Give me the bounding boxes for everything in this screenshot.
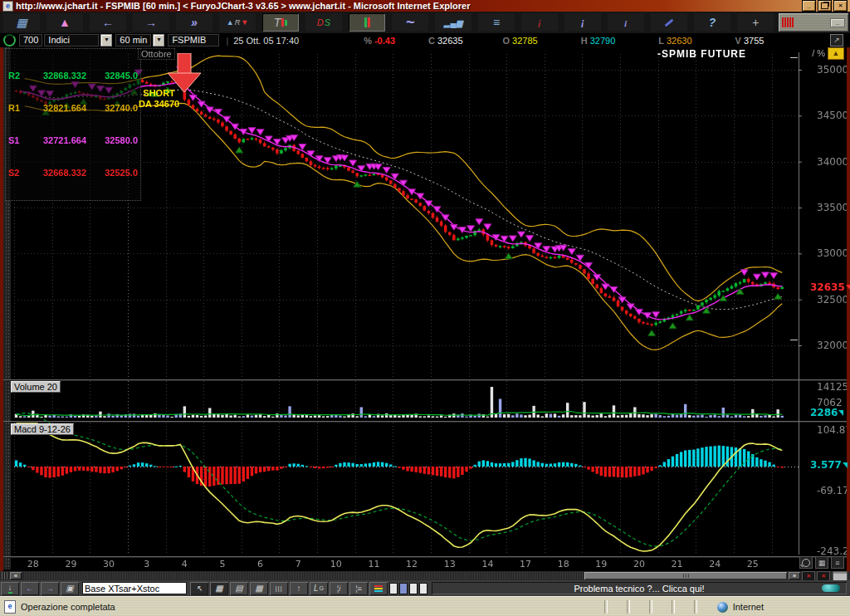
pin-icon-3: ¡	[624, 18, 627, 27]
snapshot-button[interactable]: ▦	[210, 582, 228, 595]
open-chart-button[interactable]: ▦	[3, 13, 40, 32]
open-value: 32785	[512, 36, 538, 46]
template-input[interactable]	[82, 582, 187, 594]
volume-panel-title[interactable]: Volume 20	[11, 381, 61, 393]
candle-style-icon-2: ¦≡	[355, 584, 362, 593]
ie-logo-icon: e	[2, 1, 13, 12]
h-scrollbar-track[interactable]	[23, 572, 787, 579]
pan-mode-button[interactable]: ↑	[290, 582, 308, 595]
pivot-s1: S132721.66432580.0	[8, 135, 138, 146]
price-last-tag: 32635	[810, 281, 850, 293]
layout-button-4[interactable]	[419, 583, 427, 594]
candlestick-mode-button[interactable]	[349, 13, 385, 32]
pct-value: -0.43	[374, 36, 395, 46]
candle-style-button-1[interactable]: ¦i	[330, 582, 348, 595]
close-value: 32635	[437, 36, 463, 46]
window-title: http://www.jchart.it - FSPMIB [60 min.] …	[16, 1, 800, 11]
columns-toggle-button[interactable]: |||	[270, 582, 288, 595]
help-button[interactable]: ?	[694, 13, 730, 32]
pin-button-1[interactable]: ¡	[521, 13, 558, 32]
next-chart-button[interactable]: →	[41, 582, 59, 595]
red-grill-icon	[782, 17, 794, 27]
grid-icon: ▦	[255, 584, 262, 593]
layout-button-2[interactable]	[399, 583, 408, 594]
pin-icon-2: ¡	[581, 17, 584, 28]
pivot-r2: R232868.33232845.0	[8, 71, 138, 81]
points-input[interactable]: 700	[19, 34, 42, 46]
back-button[interactable]: ←	[90, 13, 126, 32]
interval-select[interactable]: 60 min	[115, 34, 151, 46]
red-bar-icon	[281, 18, 284, 27]
pin-button-2[interactable]: ¡	[564, 13, 601, 32]
draw-tool-button[interactable]: DS	[305, 13, 342, 32]
volume-last-tag: 2286	[810, 407, 843, 418]
macd-panel-title[interactable]: Macd 9-12-26	[11, 423, 74, 435]
restore-button[interactable]	[818, 0, 832, 12]
sort-letter: R	[235, 18, 241, 27]
layout-button-3[interactable]	[409, 583, 418, 594]
zone-text: Internet	[733, 602, 764, 612]
print-icon[interactable]	[833, 571, 848, 581]
save-session-button[interactable]: ↓	[1, 582, 19, 595]
close-panel-button-1[interactable]: ×	[802, 571, 815, 581]
upload-button[interactable]: ▲	[46, 13, 83, 32]
tag-marker-icon	[846, 285, 850, 291]
tech-problem-link[interactable]: Problema tecnico ?... Clicca qui!	[574, 584, 704, 594]
short-signal-arrow-icon	[166, 53, 203, 93]
step-chart-button[interactable]: ≡	[478, 13, 515, 32]
bar-chart-button[interactable]: ▂▄▆	[435, 13, 471, 32]
h-scrollbar-thumb[interactable]	[584, 572, 787, 579]
percent-scale-icon[interactable]: %	[817, 48, 825, 58]
interval-chevron-icon[interactable]: ▼	[153, 34, 164, 46]
pin-icon-1: ¡	[538, 17, 541, 28]
fast-forward-button[interactable]: »	[176, 13, 212, 32]
grid-toggle-button[interactable]: ▦	[250, 582, 268, 595]
quote-bar: 700 Indici ▼ 60 min ▼ FSPMIB | 25 Ott. 0…	[0, 33, 850, 47]
datetime-label: 25 Ott. 05 17:40	[233, 36, 299, 46]
grid-button[interactable]: ▦	[815, 556, 828, 569]
text-tool-button[interactable]: T	[262, 13, 299, 32]
sort-button[interactable]: ▲R▼	[219, 13, 256, 32]
layout-button-1[interactable]	[389, 583, 398, 594]
splitter-button[interactable]: +	[737, 13, 774, 32]
palette-button[interactable]	[369, 582, 388, 595]
candle-style-button-2[interactable]: ¦≡	[349, 582, 368, 595]
linear-scale-icon[interactable]: /	[812, 48, 814, 58]
indicators-button[interactable]: ▤	[230, 582, 248, 595]
title-bar[interactable]: e http://www.jchart.it - FSPMIB [60 min.…	[0, 0, 850, 12]
refresh-spinner-icon[interactable]	[3, 34, 16, 46]
symbol-input[interactable]: FSPMIB	[168, 34, 219, 46]
bottom-toolbar: ↓ ← → ▣ ↖ ▦ ▤ ▦ ||| ↑ LG ¦i ¦≡ Problema …	[0, 580, 850, 596]
close-panel-button-2[interactable]: ×	[817, 571, 830, 581]
palette-icon	[374, 584, 383, 593]
scroll-left-button[interactable]: «	[10, 572, 22, 579]
menu-button[interactable]: ≡	[831, 556, 844, 569]
market-chevron-icon[interactable]: ▼	[100, 34, 112, 46]
settings-button[interactable]	[651, 13, 687, 32]
new-window-button[interactable]: ▣	[61, 582, 79, 595]
separator: |	[226, 36, 228, 46]
minimize-button[interactable]: _	[802, 0, 816, 12]
prev-chart-button[interactable]: ←	[21, 582, 39, 595]
home-view-button[interactable]: ▲	[828, 47, 844, 60]
log-scale-button[interactable]: LG	[310, 582, 328, 595]
line-chart-button[interactable]: ~	[392, 13, 428, 32]
high-value: 32790	[590, 36, 616, 46]
zoom-button[interactable]	[799, 556, 813, 569]
pointer-tool-button[interactable]: ↖	[190, 582, 208, 595]
open-label: O	[503, 36, 510, 46]
back-icon: ←	[102, 16, 114, 29]
forward-button[interactable]: →	[133, 13, 169, 32]
text-tool-icon: T	[274, 16, 281, 29]
toolbar-collapse-button[interactable]: _	[830, 18, 845, 27]
close-button[interactable]: ×	[833, 0, 848, 12]
pivot-levels-box: R232868.33232845.0 R132821.66432740.0 S1…	[5, 48, 141, 201]
sort-up-icon: ▲	[227, 18, 234, 27]
help-pill-button[interactable]	[822, 584, 840, 592]
popout-button[interactable]: ↗	[830, 34, 843, 46]
market-select[interactable]: Indici	[44, 34, 99, 46]
snapshot-icon: ▦	[215, 584, 222, 593]
status-pane-divider	[604, 600, 608, 614]
pin-button-3[interactable]: ¡	[608, 13, 644, 32]
scroll-right-button[interactable]: »	[789, 572, 800, 579]
